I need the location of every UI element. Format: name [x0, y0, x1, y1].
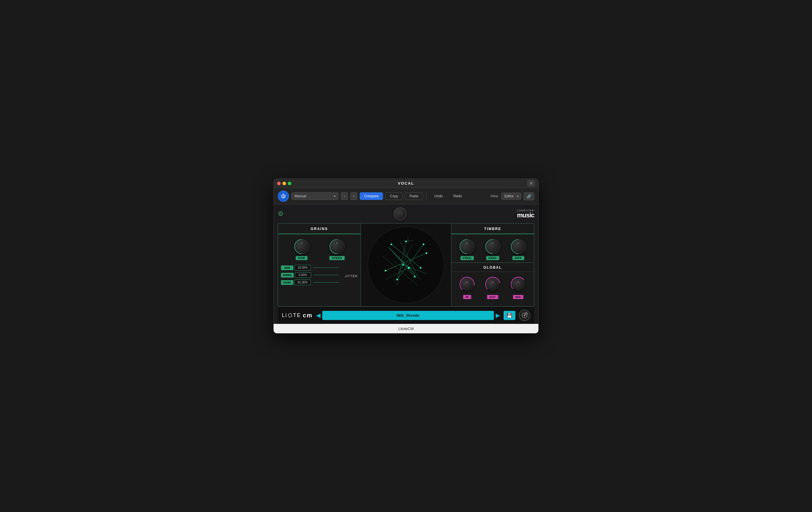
param-line-size	[313, 267, 339, 268]
out-label: OUT	[487, 295, 498, 299]
paste-button[interactable]: Paste	[405, 192, 423, 200]
freq-knob[interactable]	[459, 239, 475, 254]
in-knob-wrapper	[458, 276, 476, 293]
param-row-speed: SPEED 0.00%	[281, 272, 339, 278]
svg-point-21	[408, 266, 410, 269]
app-title-text: LitoteCM	[398, 326, 414, 331]
save-button[interactable]: 💾	[503, 311, 515, 320]
nav-forward-button[interactable]: ›	[350, 192, 357, 200]
redo-button[interactable]: Redo	[450, 193, 466, 200]
view-select[interactable]: Editor	[501, 193, 521, 200]
link-button[interactable]: 🔗	[524, 192, 534, 200]
window-title: VOCAL	[398, 181, 414, 186]
in-knob-dot	[466, 282, 468, 283]
brand-logo	[519, 310, 530, 321]
param-name-size: SIZE	[281, 265, 293, 270]
litote-logo: Li TE cm	[282, 312, 313, 319]
close-button[interactable]	[277, 182, 281, 185]
timbre-title: TIMBRE	[484, 227, 501, 231]
svg-point-13	[390, 244, 392, 246]
settings-button[interactable]: ⚙	[278, 210, 284, 218]
visualizer-circle[interactable]	[368, 227, 444, 303]
panels-row: GRAINS SIZE SPEED	[278, 223, 534, 307]
svg-point-30	[524, 314, 525, 316]
param-line-speed	[313, 275, 339, 275]
timbre-section: TIMBRE FREQ FEED	[452, 224, 534, 262]
grains-params: SIZE 18.00% SPEED 0.00% LEVEL 61.00%	[278, 262, 360, 292]
freq-knob-dot	[466, 243, 468, 244]
window-expand-button[interactable]: ⊞	[527, 180, 535, 187]
feed-knob[interactable]	[485, 239, 500, 254]
visualizer-svg	[368, 227, 444, 303]
nav-back-button[interactable]: ‹	[341, 192, 348, 200]
out-knob-container: OUT	[484, 276, 501, 299]
speed-knob-label: SPEED	[329, 256, 345, 260]
in-knob[interactable]	[461, 278, 473, 290]
litote-te: TE	[293, 312, 301, 318]
app-window: VOCAL ⊞ ⏻ Manual ▼ ‹ › Compare Copy Past…	[273, 178, 539, 334]
power-button[interactable]: ⏻	[278, 191, 289, 202]
litote-circle-icon	[288, 313, 292, 317]
timbre-header: TIMBRE	[452, 224, 534, 234]
svg-point-20	[414, 276, 416, 278]
preset-name-bar[interactable]: INS_Divide	[322, 311, 494, 320]
mix-knob-container: MIX	[510, 276, 527, 299]
grains-panel: GRAINS SIZE SPEED	[278, 224, 360, 306]
litote-li: Li	[282, 312, 287, 318]
main-knob[interactable]	[394, 207, 407, 220]
timbre-knobs: FREQ FEED DIFF	[452, 234, 534, 262]
jitter-label: JITTER	[339, 265, 358, 287]
copy-button[interactable]: Copy	[385, 192, 403, 200]
minimize-button[interactable]	[283, 182, 286, 185]
size-knob-dot	[301, 243, 302, 244]
size-knob-container: SIZE	[294, 239, 309, 260]
speed-knob[interactable]	[329, 239, 345, 254]
out-knob-dot	[492, 282, 493, 283]
freq-knob-container: FREQ	[459, 239, 475, 260]
brand-logo-svg	[520, 311, 529, 319]
view-label: View:	[490, 194, 499, 198]
preset-next-button[interactable]: ▶	[496, 312, 500, 318]
out-knob[interactable]	[487, 278, 499, 290]
feed-knob-container: FEED	[485, 239, 500, 260]
maximize-button[interactable]	[288, 182, 291, 185]
freq-label: FREQ	[461, 256, 474, 260]
litote-cm: cm	[303, 312, 313, 319]
preset-prev-button[interactable]: ◀	[316, 312, 320, 318]
diff-knob-dot	[518, 243, 519, 244]
feed-knob-dot	[492, 243, 493, 244]
preset-nav: ◀ INS_Divide ▶	[316, 311, 500, 320]
param-value-speed: 0.00%	[295, 272, 311, 278]
global-title: GLOBAL	[484, 265, 502, 269]
param-name-speed: SPEED	[281, 273, 294, 278]
view-section: View: Editor ⇅ 🔗	[490, 192, 534, 200]
global-knobs: IN OUT	[452, 272, 534, 302]
size-knob[interactable]	[294, 239, 309, 254]
mix-knob-wrapper	[510, 276, 527, 293]
svg-point-17	[420, 267, 422, 269]
timbre-global-panel: TIMBRE FREQ FEED	[452, 224, 534, 306]
svg-point-18	[426, 252, 427, 254]
computer-music-logo: COMPUTER music	[517, 209, 534, 219]
diff-knob[interactable]	[511, 239, 526, 254]
svg-point-32	[526, 313, 527, 314]
in-label: IN	[463, 295, 471, 299]
svg-point-14	[385, 270, 386, 272]
preset-select[interactable]: Manual	[291, 192, 339, 200]
speed-knob-dot	[337, 243, 338, 244]
param-value-size: 18.00%	[294, 265, 311, 271]
param-value-level: 61.00%	[294, 280, 311, 285]
size-knob-label: SIZE	[296, 256, 308, 260]
compare-button[interactable]: Compare	[360, 192, 383, 200]
title-bar-right: ⊞	[527, 180, 535, 187]
toolbar: ⏻ Manual ▼ ‹ › Compare Copy Paste Undo R…	[273, 188, 539, 204]
undo-button[interactable]: Undo	[430, 193, 447, 200]
center-knob-area	[284, 207, 517, 220]
view-select-wrapper: Editor ⇅	[501, 193, 521, 200]
global-section: GLOBAL IN	[452, 262, 534, 302]
mix-knob[interactable]	[512, 278, 524, 290]
speed-knob-container: SPEED	[329, 239, 345, 260]
params-table: SIZE 18.00% SPEED 0.00% LEVEL 61.00%	[281, 265, 339, 287]
global-header: GLOBAL	[452, 263, 534, 272]
param-row-level: LEVEL 61.00%	[281, 280, 339, 285]
